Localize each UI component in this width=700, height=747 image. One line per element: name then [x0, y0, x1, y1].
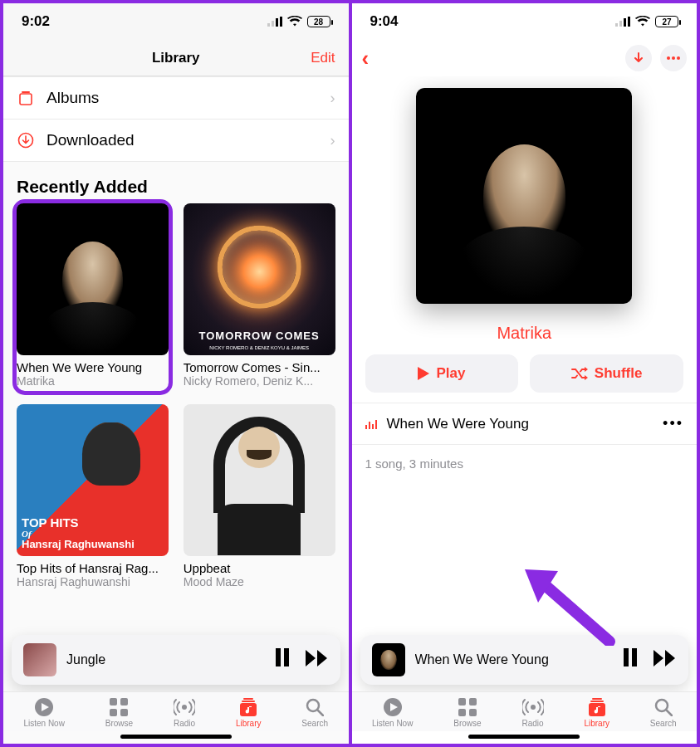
- album-title: Uppbeat: [184, 561, 335, 575]
- svg-rect-10: [110, 698, 117, 706]
- album-item[interactable]: When We Were Young Matrika: [17, 203, 169, 391]
- cellular-icon: [267, 15, 282, 29]
- library-rows: Albums › Downloaded ›: [3, 76, 349, 162]
- svg-rect-7: [276, 648, 281, 666]
- wifi-icon: [635, 15, 650, 29]
- pause-icon[interactable]: [622, 648, 639, 671]
- svg-rect-23: [628, 17, 630, 27]
- album-artist: Matrika: [17, 374, 169, 388]
- svg-rect-2: [276, 18, 278, 27]
- next-icon[interactable]: [306, 648, 329, 671]
- library-icon: [587, 697, 607, 717]
- mini-player-art: [372, 643, 405, 676]
- shuffle-button[interactable]: Shuffle: [530, 354, 683, 393]
- svg-point-24: [667, 56, 670, 60]
- track-title: When We Were Young: [387, 416, 529, 432]
- svg-rect-8: [284, 648, 289, 666]
- play-button[interactable]: Play: [365, 354, 519, 393]
- home-indicator[interactable]: [468, 735, 580, 739]
- more-button[interactable]: [660, 45, 687, 71]
- mini-player-title: When We Were Young: [415, 652, 613, 667]
- album-hero-art: [416, 88, 632, 304]
- search-icon: [654, 697, 673, 717]
- svg-rect-20: [615, 23, 618, 27]
- nav-header: Library Edit: [3, 40, 349, 76]
- svg-point-14: [182, 705, 187, 710]
- mini-player[interactable]: When We Were Young: [360, 635, 689, 685]
- grid-icon: [458, 697, 477, 717]
- back-button[interactable]: ‹: [362, 46, 370, 71]
- download-button[interactable]: [625, 45, 652, 71]
- nav-header: ‹: [352, 40, 698, 76]
- album-art: TOP HITS Of Hansraj Raghuwanshi: [17, 404, 169, 556]
- radio-icon: [522, 697, 544, 717]
- track-meta: 1 song, 3 minutes: [352, 445, 698, 482]
- tab-listen-now[interactable]: Listen Now: [372, 697, 413, 728]
- svg-rect-12: [110, 709, 117, 716]
- cellular-icon: [615, 15, 630, 29]
- status-bar: 9:04 27: [352, 3, 698, 40]
- recently-added-grid: When We Were Young Matrika TOMORROW COME…: [3, 203, 349, 597]
- status-time: 9:02: [22, 13, 50, 30]
- tab-radio[interactable]: Radio: [521, 697, 543, 728]
- mini-player-art: [23, 643, 56, 676]
- grid-icon: [110, 697, 128, 717]
- tab-search[interactable]: Search: [650, 697, 677, 728]
- svg-rect-33: [469, 709, 477, 716]
- album-artist: Nicky Romero, Deniz K...: [184, 374, 335, 388]
- page-title: Library: [152, 50, 200, 66]
- album-artist: Hansraj Raghuwanshi: [17, 575, 169, 588]
- home-indicator[interactable]: [120, 735, 232, 739]
- search-icon: [306, 697, 324, 717]
- tab-library[interactable]: Library: [584, 697, 609, 728]
- section-title-recently-added: Recently Added: [3, 162, 349, 203]
- tab-browse[interactable]: Browse: [453, 697, 481, 728]
- artist-name[interactable]: Matrika: [352, 324, 698, 343]
- tab-listen-now[interactable]: Listen Now: [23, 697, 64, 728]
- track-more-button[interactable]: •••: [663, 415, 683, 432]
- album-item[interactable]: TOP HITS Of Hansraj Raghuwanshi Top Hits…: [17, 404, 169, 588]
- radio-icon: [174, 697, 195, 717]
- album-item[interactable]: TOMORROW COMES NICKY ROMERO & DENIZ KOYU…: [184, 203, 335, 391]
- tab-library[interactable]: Library: [236, 697, 262, 728]
- svg-point-18: [307, 700, 319, 711]
- svg-rect-3: [280, 17, 282, 27]
- mini-player-title: Jungle: [66, 652, 264, 667]
- tab-bar: Listen Now Browse Radio Library Search: [352, 691, 698, 731]
- svg-rect-21: [619, 21, 622, 27]
- next-icon[interactable]: [653, 648, 677, 671]
- now-playing-eq-icon: [365, 419, 377, 429]
- tab-radio[interactable]: Radio: [174, 697, 195, 728]
- svg-rect-35: [592, 698, 602, 700]
- mini-player[interactable]: Jungle: [12, 635, 340, 685]
- svg-rect-32: [458, 709, 466, 716]
- play-circle-icon: [34, 697, 54, 717]
- svg-rect-0: [267, 23, 270, 27]
- tab-search[interactable]: Search: [301, 697, 328, 728]
- svg-rect-11: [120, 698, 128, 706]
- row-albums[interactable]: Albums ›: [3, 76, 349, 120]
- download-icon: [17, 132, 35, 149]
- svg-line-19: [318, 710, 323, 715]
- svg-rect-1: [272, 21, 274, 27]
- play-circle-icon: [383, 697, 403, 717]
- album-item[interactable]: Uppbeat Mood Maze: [184, 404, 335, 588]
- svg-point-26: [677, 56, 680, 60]
- chevron-right-icon: ›: [330, 132, 335, 149]
- chevron-right-icon: ›: [330, 90, 335, 107]
- svg-point-38: [656, 700, 668, 711]
- edit-button[interactable]: Edit: [311, 50, 335, 66]
- row-downloaded[interactable]: Downloaded ›: [3, 120, 349, 162]
- svg-point-34: [531, 705, 536, 710]
- album-artist: Mood Maze: [184, 575, 335, 588]
- svg-rect-4: [20, 94, 32, 105]
- track-row[interactable]: When We Were Young •••: [352, 403, 698, 445]
- album-title: When We Were Young: [17, 360, 169, 374]
- svg-rect-28: [632, 648, 637, 666]
- library-icon: [238, 697, 258, 717]
- svg-rect-27: [624, 648, 629, 666]
- pause-icon[interactable]: [274, 648, 291, 671]
- battery-icon: 27: [655, 16, 678, 27]
- action-row: Play Shuffle: [352, 354, 698, 393]
- tab-browse[interactable]: Browse: [105, 697, 133, 728]
